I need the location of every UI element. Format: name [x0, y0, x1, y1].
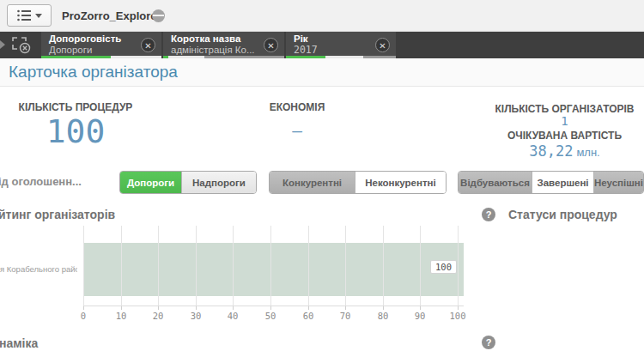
button-group: ДопорогиНадпороги: [119, 171, 257, 194]
filter-field-name: Коротка назва: [171, 33, 260, 44]
filter-toggle-button[interactable]: Завершені: [532, 172, 593, 193]
list-icon: [17, 9, 31, 21]
kpi-label: КІЛЬКІСТЬ ПРОЦЕДУР: [0, 101, 151, 113]
x-tick-label: 60: [295, 311, 321, 321]
gridline: [308, 226, 309, 306]
gridline: [270, 226, 271, 306]
clear-selections-icon: [11, 36, 33, 54]
button-group: ВідбуваютьсяЗавершеніНеуспішні: [458, 171, 644, 194]
filter-toggle-button[interactable]: Надпороги: [181, 172, 256, 193]
page-title: Карточка організатора: [0, 63, 178, 82]
kpi-value: 1: [485, 115, 644, 128]
gridline: [121, 226, 122, 306]
bar[interactable]: 100: [83, 243, 464, 296]
kpi-value: –: [254, 120, 340, 141]
rating-section-title: йтинг організаторів: [0, 208, 115, 221]
filter-chip-text: Рік2017: [286, 32, 375, 58]
button-group: КонкурентніНеконкурентні: [269, 171, 447, 194]
gridline: [383, 226, 384, 306]
x-tick-label: 40: [220, 311, 246, 321]
filter-chips: ДопороговістьДопороги✕Коротка назваадмін…: [41, 32, 396, 58]
x-tick-label: 20: [145, 311, 171, 321]
gridline: [233, 226, 234, 306]
remove-filter-icon[interactable]: ✕: [375, 38, 390, 52]
kpi-label: КІЛЬКІСТЬ ОРГАНІЗАТОРІВ: [485, 103, 644, 115]
help-icon[interactable]: ?: [482, 336, 495, 349]
filter-selected-value: 2017: [294, 45, 372, 55]
axis-tick: [458, 306, 459, 310]
bar-value-label: 100: [430, 260, 457, 274]
app-title: ProZorro_Explorer: [62, 0, 161, 32]
remove-filter-icon[interactable]: ✕: [141, 38, 155, 52]
gridline: [420, 226, 421, 306]
axis-tick: [308, 306, 309, 310]
axis-tick: [383, 306, 384, 310]
kpi-procedures-count[interactable]: КІЛЬКІСТЬ ПРОЦЕДУР 100: [0, 101, 151, 148]
selections-step-arrow-icon[interactable]: [0, 40, 5, 49]
gridline: [345, 226, 346, 306]
filter-toggle-button[interactable]: Конкурентні: [270, 172, 355, 193]
x-tick-label: 70: [332, 311, 358, 321]
statuses-section-title: Статуси процедур: [508, 208, 617, 221]
x-tick-label: 90: [407, 311, 433, 321]
gridline: [458, 226, 459, 306]
prozorro-dashboard: ProZorro_Explorer ДопороговістьДопороги✕…: [0, 0, 644, 357]
x-tick-label: 10: [108, 311, 134, 321]
kpi-economy[interactable]: ЕКОНОМІЯ –: [254, 101, 340, 141]
filter-field-name: Рік: [294, 33, 372, 44]
axis-tick: [270, 306, 271, 310]
kpi-label: ЕКОНОМІЯ: [254, 101, 340, 113]
globe-icon: [152, 9, 165, 22]
gridline: [196, 226, 197, 306]
gridline: [158, 226, 159, 306]
gridline: [83, 226, 84, 306]
filter-toggle-button[interactable]: Відбуваються: [459, 172, 532, 193]
kpi-value: 38,22 млн.: [485, 142, 644, 160]
clear-all-selections-button[interactable]: [11, 36, 33, 54]
kpi-organizers[interactable]: КІЛЬКІСТЬ ОРГАНІЗАТОРІВ 1 ОЧІКУВАНА ВАРТ…: [485, 101, 644, 160]
axis-tick: [196, 306, 197, 310]
chevron-down-icon: [35, 14, 42, 18]
kpi-label: ОЧІКУВАНА ВАРТІСТЬ: [485, 130, 644, 142]
bar-chart-plot: 100: [83, 226, 464, 306]
expected-value-number: 38,22: [529, 142, 573, 160]
filter-chip[interactable]: Рік2017✕: [286, 32, 396, 58]
axis-tick: [345, 306, 346, 310]
expected-value-unit: млн.: [576, 146, 599, 159]
sheet-title-bar: Карточка організатора: [0, 58, 644, 87]
remove-filter-icon[interactable]: ✕: [264, 38, 278, 52]
x-tick-label: 100: [445, 311, 471, 321]
x-tick-label: 30: [183, 311, 209, 321]
kpi-value: 100: [0, 114, 151, 148]
sheet-navigation-button[interactable]: [7, 4, 52, 27]
filter-chip[interactable]: ДопороговістьДопороги✕: [41, 32, 161, 58]
axis-tick: [158, 306, 159, 310]
filter-toggle-button[interactable]: Неконкурентні: [355, 172, 446, 193]
top-toolbar: ProZorro_Explorer: [0, 0, 644, 32]
x-axis: 0102030405060708090100: [83, 311, 478, 323]
x-tick-label: 0: [70, 311, 96, 321]
filter-toggle-button[interactable]: Допороги: [120, 172, 181, 193]
filter-chip-text: ДопороговістьДопороги: [41, 32, 141, 58]
selections-bar: ДопороговістьДопороги✕Коротка назваадмін…: [0, 32, 644, 58]
dynamics-section-title: наміка: [0, 336, 38, 350]
x-tick-label: 80: [370, 311, 396, 321]
filter-toggle-button[interactable]: Неуспішні: [593, 172, 643, 193]
x-tick-label: 50: [258, 311, 283, 321]
axis-tick: [121, 306, 122, 310]
category-axis-label: я Корабельного райо...: [0, 264, 77, 274]
filter-field-name: Допороговість: [49, 33, 137, 44]
axis-tick: [420, 306, 421, 310]
filter-selected-value: Допороги: [49, 45, 137, 55]
axis-tick: [233, 306, 234, 310]
filter-chip[interactable]: Коротка назваадміністрація Ко...✕: [163, 32, 284, 58]
announcement-period-label[interactable]: ід оголошенн...: [0, 175, 82, 188]
axis-tick: [83, 306, 84, 310]
organizers-rating-chart: я Корабельного райо... 100 0102030405060…: [0, 226, 644, 322]
help-icon[interactable]: ?: [482, 208, 495, 221]
filter-selected-value: адміністрація Ко...: [171, 45, 260, 55]
filter-chip-text: Коротка назваадміністрація Ко...: [163, 32, 264, 58]
